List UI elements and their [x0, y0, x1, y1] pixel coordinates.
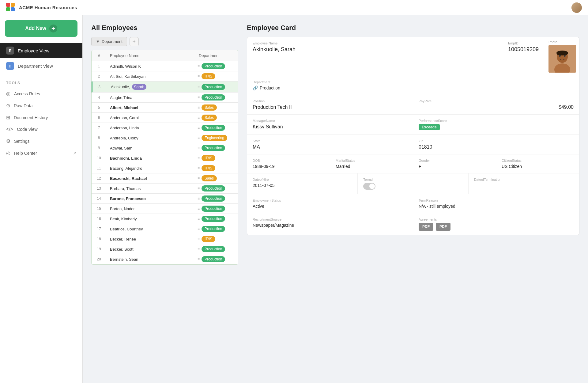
- table-row[interactable]: 4Alagbe,Trina≡Production: [92, 93, 238, 103]
- add-filter-button[interactable]: +: [130, 37, 139, 46]
- card-department-row: Department 🔗 Production: [247, 76, 579, 95]
- table-row[interactable]: 9Athwal, Sam≡Production: [92, 143, 238, 153]
- table-row[interactable]: 14Barone, Francesco≡Production: [92, 194, 238, 204]
- card-dob-row: DOB 1988-09-19 MaritalStatus Married Gen…: [247, 154, 579, 173]
- doc-icon: ≡: [198, 176, 200, 180]
- termd-toggle[interactable]: [363, 183, 375, 190]
- row-number: 14: [92, 194, 106, 203]
- help-center-icon: ◎: [6, 150, 10, 156]
- card-manager-value: Kissy Sullivan: [253, 124, 407, 130]
- add-filter-plus-icon: +: [133, 38, 136, 45]
- card-termd-cell: Termd: [358, 173, 468, 194]
- table-row[interactable]: 7Anderson, Linda≡Production: [92, 123, 238, 133]
- card-marital-cell: MaritalStatus Married: [330, 154, 413, 173]
- row-number: 5: [92, 103, 106, 112]
- table-row[interactable]: 10Bachiochi, Linda≡IT/IS: [92, 153, 238, 163]
- row-department: ≡IT/IS: [195, 163, 238, 173]
- table-row[interactable]: 11Bacong, Alejandro≡IT/IS: [92, 163, 238, 173]
- row-number: 19: [92, 245, 106, 254]
- filter-label: Department: [102, 39, 123, 44]
- card-position-value: Production Tech II: [253, 104, 407, 110]
- card-marital-label: MaritalStatus: [336, 159, 407, 162]
- row-number: 8: [92, 133, 106, 142]
- card-employee-name-label: Employee Name: [253, 41, 497, 45]
- tool-settings[interactable]: ⚙ Settings: [0, 135, 82, 147]
- card-position-row: Position Production Tech II PayRate $49.…: [247, 95, 579, 115]
- card-performance-cell: PerformanceScore Exceeds: [413, 115, 579, 135]
- card-gender-label: Gender: [419, 159, 490, 162]
- tool-document-history[interactable]: ⊞ Document History: [0, 112, 82, 123]
- row-department: ≡Sales: [195, 103, 238, 112]
- table-row[interactable]: 16Beak, Kimberly≡Production: [92, 214, 238, 224]
- row-number: 10: [92, 154, 106, 163]
- row-number: 7: [92, 123, 106, 132]
- row-employee-name: Barbara, Thomas: [106, 184, 195, 193]
- svg-rect-0: [6, 3, 10, 7]
- row-employee-name: Andreola, Colby: [106, 133, 195, 143]
- app-title: ACME Human Resources: [19, 5, 77, 10]
- card-agreements-cell: Agreements PDF PDF: [413, 213, 579, 235]
- add-new-button[interactable]: Add New +: [5, 20, 77, 37]
- card-hire-cell: DateofHire 2011-07-05: [247, 173, 358, 194]
- department-filter-button[interactable]: ▼ Department: [91, 37, 127, 46]
- table-row[interactable]: 17Beatrice, Courtney≡Production: [92, 224, 238, 234]
- raw-data-icon: ⊙: [6, 103, 10, 108]
- row-department: ≡Sales: [195, 173, 238, 183]
- row-number: 12: [92, 174, 106, 183]
- employee-list-section: All Employees ▼ Department + # Employee …: [91, 24, 238, 383]
- table-row[interactable]: 19Becker, Scott≡Production: [92, 244, 238, 254]
- table-row[interactable]: 13Barbara, Thomas≡Production: [92, 184, 238, 194]
- row-department: ≡Production: [195, 143, 238, 153]
- dept-badge: Production: [202, 125, 225, 131]
- tool-code-view[interactable]: </> Code View: [0, 123, 82, 135]
- avatar[interactable]: [571, 2, 582, 13]
- table-row[interactable]: 8Andreola, Colby≡Engineering: [92, 133, 238, 143]
- svg-rect-1: [11, 3, 15, 7]
- tool-help-center[interactable]: ◎ Help Center ↗: [0, 147, 82, 159]
- tool-document-history-label: Document History: [14, 115, 48, 120]
- row-employee-name: Adinolfi, Wilson K: [106, 62, 195, 71]
- table-row[interactable]: 2Ait Sidi, Karthikeyan≡IT/IS: [92, 71, 238, 82]
- sidebar-item-department-view[interactable]: D Department View: [0, 58, 82, 74]
- row-employee-name: Anderson, Linda: [106, 123, 195, 133]
- tool-code-view-label: Code View: [17, 127, 37, 132]
- dept-badge: IT/IS: [202, 165, 215, 171]
- pdf-button-1[interactable]: PDF: [419, 223, 433, 231]
- tool-raw-data[interactable]: ⊙ Raw Data: [0, 100, 82, 112]
- table-row[interactable]: 6Anderson, Carol≡Sales: [92, 113, 238, 123]
- pdf-button-2[interactable]: PDF: [436, 223, 450, 231]
- photo-svg: [548, 45, 576, 73]
- add-new-label: Add New: [25, 26, 46, 31]
- card-termreason-cell: TermReason N/A - still employed: [413, 194, 579, 213]
- topbar-left: ACME Human Resources: [6, 3, 77, 13]
- selected-name-highlight: Sarah: [132, 84, 146, 90]
- topbar: ACME Human Resources: [0, 0, 588, 15]
- row-department: ≡Production: [195, 61, 238, 71]
- table-row[interactable]: 12Baczenski, Rachael≡Sales: [92, 173, 238, 184]
- card-dob-cell: DOB 1988-09-19: [247, 154, 330, 173]
- row-employee-name: Albert, Michael: [106, 103, 195, 112]
- card-hire-row: DateofHire 2011-07-05 Termd DateofTermin…: [247, 173, 579, 194]
- dept-badge: IT/IS: [202, 236, 215, 242]
- tool-settings-label: Settings: [14, 139, 30, 144]
- table-row[interactable]: 3Akinkuolie, Sarah≡Production: [92, 82, 238, 93]
- card-payrate-label: PayRate: [419, 99, 574, 103]
- card-department-text: Production: [260, 85, 280, 90]
- row-number: 18: [92, 234, 106, 244]
- sidebar-item-employee-view[interactable]: E Employee View: [0, 43, 82, 58]
- dept-badge: Sales: [202, 104, 217, 111]
- tool-access-rules[interactable]: ◎ Access Rules: [0, 88, 82, 100]
- row-department: ≡Production: [195, 214, 238, 224]
- table-row[interactable]: 18Becker, Renee≡IT/IS: [92, 234, 238, 244]
- employee-card-title: Employee Card: [247, 24, 579, 32]
- row-department: ≡Production: [195, 224, 238, 234]
- table-row[interactable]: 1Adinolfi, Wilson K≡Production: [92, 61, 238, 71]
- tools-label: TOOLS: [0, 76, 82, 88]
- table-row[interactable]: 5Albert, Michael≡Sales: [92, 103, 238, 113]
- card-zip-label: Zip: [419, 139, 574, 143]
- card-name-row: Employee Name Akinkuolie, Sarah EmpID 10…: [247, 37, 579, 76]
- table-row[interactable]: 20Bernstein, Sean≡Production: [92, 254, 238, 264]
- card-employee-name-value: Akinkuolie, Sarah: [253, 46, 497, 53]
- row-employee-name: Barone, Francesco: [106, 194, 195, 203]
- table-row[interactable]: 15Barton, Nader≡Production: [92, 204, 238, 214]
